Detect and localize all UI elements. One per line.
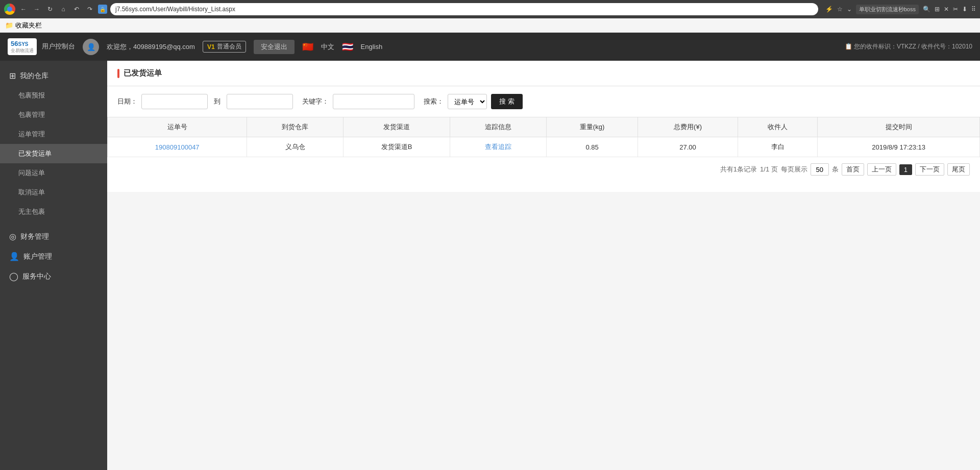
logo-sub: 全易物流通 bbox=[11, 48, 34, 54]
sidebar-finance-title[interactable]: ◎ 财务管理 bbox=[0, 227, 107, 246]
lang-cn-button[interactable]: 中文 bbox=[321, 42, 334, 52]
logo-area: 56SYS 全易物流通 用户控制台 bbox=[8, 38, 75, 55]
member-v: V1 bbox=[207, 43, 215, 51]
col-cost: 总费用(¥) bbox=[638, 117, 738, 137]
col-weight: 重量(kg) bbox=[546, 117, 638, 137]
chrome-logo bbox=[4, 4, 15, 15]
col-warehouse: 到货仓库 bbox=[247, 117, 343, 137]
table-row: 190809100047 义乌仓 发货渠道B 查看追踪 0.85 27.00 李… bbox=[108, 137, 980, 157]
cell-cost: 27.00 bbox=[638, 137, 738, 157]
page-header: 已发货运单 bbox=[107, 61, 980, 86]
logo-main: 56 bbox=[11, 40, 18, 47]
cell-channel: 发货渠道B bbox=[343, 137, 450, 157]
col-tracking: 追踪信息 bbox=[450, 117, 546, 137]
member-badge: V1 普通会员 bbox=[203, 41, 246, 53]
bookmarks-bar: 📁 收藏夹栏 bbox=[0, 18, 980, 33]
security-icon: 🔒 bbox=[98, 5, 107, 14]
cell-recipient: 李白 bbox=[738, 137, 818, 157]
date-to-input[interactable] bbox=[227, 94, 293, 109]
sidebar-account-label: 账户管理 bbox=[23, 252, 52, 261]
search-type-select[interactable]: 运单号 收件人 追踪号 bbox=[448, 94, 487, 109]
back-button[interactable]: ← bbox=[18, 4, 29, 14]
browser-chrome: ← → ↻ ⌂ ↶ ↷ 🔒 j7.56sys.com/User/Waybill/… bbox=[0, 0, 980, 18]
lang-en-button[interactable]: English bbox=[361, 43, 383, 51]
sidebar-item-unclaimed[interactable]: 无主包裹 bbox=[0, 202, 107, 221]
cell-weight: 0.85 bbox=[546, 137, 638, 157]
control-panel-label: 用户控制台 bbox=[42, 42, 75, 51]
reload-button[interactable]: ↻ bbox=[45, 4, 55, 14]
flag-cn-icon: 🇨🇳 bbox=[302, 41, 313, 53]
logo-box: 56SYS 全易物流通 bbox=[8, 38, 37, 55]
page-size-unit: 条 bbox=[832, 165, 839, 174]
sidebar-finance-label: 财务管理 bbox=[20, 232, 49, 241]
undo-button[interactable]: ↶ bbox=[71, 4, 82, 14]
browser-controls: ⚡☆⌄ 单职业切割流速秒boss 🔍⊞✕ ✂⬇⠿ bbox=[825, 5, 976, 14]
sidebar-item-shipped[interactable]: 已发货运单 bbox=[0, 144, 107, 163]
date-to-separator: 到 bbox=[212, 97, 223, 106]
cell-tracking: 查看追踪 bbox=[450, 137, 546, 157]
sidebar-item-problem[interactable]: 问题运单 bbox=[0, 163, 107, 183]
current-page-button[interactable]: 1 bbox=[899, 164, 912, 175]
user-avatar: 👤 bbox=[83, 39, 99, 55]
col-recipient: 收件人 bbox=[738, 117, 818, 137]
sidebar-item-package-report[interactable]: 包裹预报 bbox=[0, 86, 107, 105]
total-records: 共有1条记录 bbox=[720, 165, 757, 174]
sidebar-item-cancel[interactable]: 取消运单 bbox=[0, 183, 107, 202]
account-icon: 👤 bbox=[9, 252, 19, 261]
cell-warehouse: 义乌仓 bbox=[247, 137, 343, 157]
page-size-input[interactable] bbox=[811, 163, 829, 176]
date-label: 日期： bbox=[117, 97, 137, 106]
finance-icon: ◎ bbox=[9, 232, 16, 241]
logout-button[interactable]: 安全退出 bbox=[254, 40, 295, 54]
col-submit-time: 提交时间 bbox=[818, 117, 980, 137]
search-type-label: 搜索： bbox=[424, 97, 444, 106]
content-wrapper: 已发货运单 日期： 到 关键字： 搜索： 运单号 收件人 追踪号 搜 索 bbox=[107, 61, 980, 192]
sidebar-warehouse-title[interactable]: ⊞ 我的仓库 bbox=[0, 66, 107, 86]
page-title-bar: 已发货运单 bbox=[117, 68, 970, 78]
member-type: 普通会员 bbox=[217, 42, 241, 51]
table-body: 190809100047 义乌仓 发货渠道B 查看追踪 0.85 27.00 李… bbox=[108, 137, 980, 157]
main-content: 已发货运单 日期： 到 关键字： 搜索： 运单号 收件人 追踪号 搜 索 bbox=[107, 61, 980, 470]
home-button[interactable]: ⌂ bbox=[58, 4, 68, 14]
user-id-text: 您的收件标识：VTKZZ / 收件代号：102010 bbox=[854, 43, 972, 50]
page-size-label: 每页展示 bbox=[781, 165, 807, 174]
service-icon: ◯ bbox=[9, 271, 18, 281]
date-from-input[interactable] bbox=[141, 94, 208, 109]
sidebar-item-waybill-manage[interactable]: 运单管理 bbox=[0, 125, 107, 144]
col-channel: 发货渠道 bbox=[343, 117, 450, 137]
first-page-button[interactable]: 首页 bbox=[842, 163, 864, 176]
sidebar-service-label: 服务中心 bbox=[22, 272, 51, 281]
welcome-text: 欢迎您，409889195@qq.com bbox=[107, 42, 195, 52]
flag-th-icon: 🇹🇭 bbox=[342, 41, 353, 53]
page-title-accent bbox=[117, 69, 119, 78]
table-header: 运单号 到货仓库 发货渠道 追踪信息 重量(kg) 总费用(¥) 收件人 提交时… bbox=[108, 117, 980, 137]
user-id-icon: 📋 bbox=[845, 43, 852, 50]
search-button[interactable]: 搜 索 bbox=[491, 94, 523, 109]
sidebar-service-title[interactable]: ◯ 服务中心 bbox=[0, 266, 107, 286]
table-section: 运单号 到货仓库 发货渠道 追踪信息 重量(kg) 总费用(¥) 收件人 提交时… bbox=[107, 117, 980, 192]
forward-button[interactable]: → bbox=[32, 4, 42, 14]
tracking-link[interactable]: 查看追踪 bbox=[485, 143, 511, 151]
search-section: 日期： 到 关键字： 搜索： 运单号 收件人 追踪号 搜 索 bbox=[107, 86, 980, 117]
keyword-label: 关键字： bbox=[302, 97, 329, 106]
bookmarks-label: 收藏夹栏 bbox=[15, 21, 42, 30]
prev-page-button[interactable]: 上一页 bbox=[867, 163, 896, 176]
pagination: 共有1条记录 1/1 页 每页展示 条 首页 上一页 1 下一页 尾页 bbox=[107, 157, 980, 182]
redo-button[interactable]: ↷ bbox=[85, 4, 95, 14]
address-bar[interactable]: j7.56sys.com/User/Waybill/History_List.a… bbox=[110, 3, 818, 15]
warehouse-icon: ⊞ bbox=[9, 71, 16, 81]
col-waybill-no: 运单号 bbox=[108, 117, 247, 137]
sidebar-account-title[interactable]: 👤 账户管理 bbox=[0, 246, 107, 266]
sidebar: ⊞ 我的仓库 包裹预报 包裹管理 运单管理 已发货运单 问题运单 取消运单 bbox=[0, 61, 107, 470]
top-navbar: 56SYS 全易物流通 用户控制台 👤 欢迎您，409889195@qq.com… bbox=[0, 33, 980, 61]
sidebar-item-package-manage[interactable]: 包裹管理 bbox=[0, 105, 107, 125]
last-page-button[interactable]: 尾页 bbox=[947, 163, 970, 176]
page-pages: 1/1 页 bbox=[760, 165, 778, 174]
app-container: ⊞ 我的仓库 包裹预报 包裹管理 运单管理 已发货运单 问题运单 取消运单 bbox=[0, 61, 980, 470]
waybill-no-link[interactable]: 190809100047 bbox=[155, 143, 200, 151]
user-id-box: 📋 您的收件标识：VTKZZ / 收件代号：102010 bbox=[845, 42, 972, 51]
next-page-button[interactable]: 下一页 bbox=[915, 163, 944, 176]
keyword-input[interactable] bbox=[333, 94, 414, 109]
cell-submit-time: 2019/8/9 17:23:13 bbox=[818, 137, 980, 157]
shipped-table: 运单号 到货仓库 发货渠道 追踪信息 重量(kg) 总费用(¥) 收件人 提交时… bbox=[107, 117, 980, 157]
